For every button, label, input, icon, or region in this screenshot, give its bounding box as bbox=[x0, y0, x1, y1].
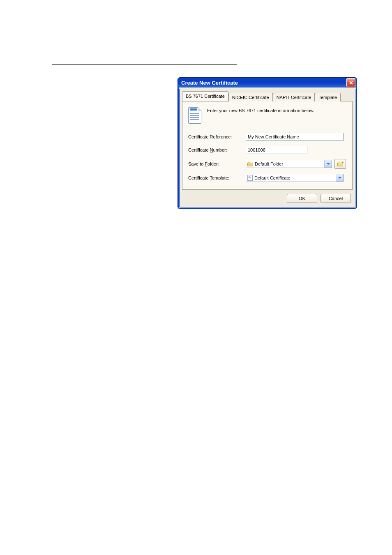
certificate-template-combo[interactable]: Default Certificate bbox=[246, 174, 344, 182]
row-certificate-template: Certificate Template: Default Certificat… bbox=[188, 174, 346, 182]
row-certificate-reference: Certificate Reference: bbox=[188, 133, 346, 141]
label-save-to-folder: Save to Folder: bbox=[188, 161, 246, 166]
certificate-template-value: Default Certificate bbox=[254, 175, 290, 180]
titlebar[interactable]: Create New Certificate bbox=[178, 78, 357, 88]
intro-text: Enter your new BS 7671 certificate infor… bbox=[207, 107, 314, 113]
dialog-title: Create New Certificate bbox=[181, 80, 238, 86]
section-heading-underline bbox=[52, 64, 237, 65]
tab-niceic[interactable]: NICEIC Certificate bbox=[228, 93, 273, 101]
create-new-certificate-dialog: Create New Certificate BS 7671 Certifica… bbox=[178, 77, 357, 209]
intro-row: Enter your new BS 7671 certificate infor… bbox=[188, 107, 346, 124]
row-save-to-folder: Save to Folder: Default Folder ✦ bbox=[188, 159, 346, 169]
label-certificate-number: Certificate Number: bbox=[188, 147, 246, 152]
save-to-folder-combo[interactable]: Default Folder bbox=[246, 160, 332, 168]
dialog-button-bar: OK Cancel bbox=[180, 190, 355, 205]
tab-template[interactable]: Template bbox=[315, 93, 341, 101]
certificate-reference-input[interactable] bbox=[246, 133, 344, 141]
label-certificate-template: Certificate Template: bbox=[188, 175, 246, 180]
label-certificate-reference: Certificate Reference: bbox=[188, 134, 246, 139]
dialog-body: BS 7671 Certificate NICEIC Certificate N… bbox=[179, 89, 355, 207]
new-folder-button[interactable]: ✦ bbox=[334, 159, 346, 169]
close-icon[interactable] bbox=[346, 78, 355, 87]
certificate-document-icon bbox=[188, 107, 201, 124]
tab-napit[interactable]: NAPIT Certificate bbox=[273, 93, 315, 101]
new-folder-icon: ✦ bbox=[337, 162, 343, 166]
cancel-button[interactable]: Cancel bbox=[321, 194, 351, 203]
chevron-down-icon[interactable] bbox=[324, 160, 332, 168]
tab-strip: BS 7671 Certificate NICEIC Certificate N… bbox=[180, 89, 355, 101]
chevron-down-icon[interactable] bbox=[336, 174, 343, 182]
folder-icon bbox=[247, 162, 253, 166]
certificate-number-input[interactable] bbox=[246, 146, 307, 154]
document-page: Create New Certificate BS 7671 Certifica… bbox=[0, 0, 392, 555]
page-top-rule bbox=[30, 33, 362, 33]
template-icon bbox=[247, 175, 253, 181]
save-to-folder-value: Default Folder bbox=[255, 161, 283, 166]
row-certificate-number: Certificate Number: bbox=[188, 146, 346, 154]
tab-panel-bs7671: Enter your new BS 7671 certificate infor… bbox=[182, 101, 353, 190]
ok-button[interactable]: OK bbox=[287, 194, 317, 203]
tab-bs7671[interactable]: BS 7671 Certificate bbox=[182, 91, 228, 101]
